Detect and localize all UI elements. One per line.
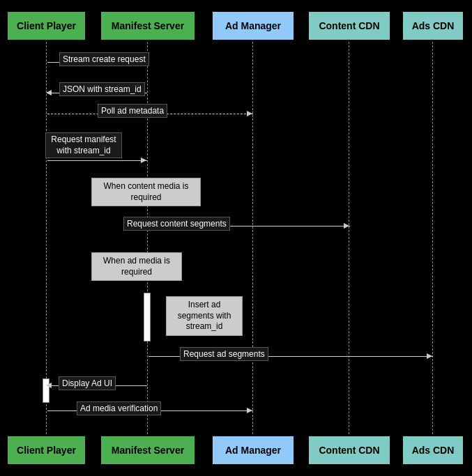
label-request-manifest: Request manifestwith stream_id [45,132,122,158]
activation-manifest [144,293,151,341]
label-json-stream-id: JSON with stream_id [59,82,145,96]
actor-ad-manager-bottom: Ad Manager [211,435,295,466]
lifeline-manifest-server [147,42,148,434]
actor-content-cdn-top: Content CDN [307,10,391,41]
arrow-request-content-head [344,223,349,229]
arrow-request-manifest [47,160,147,161]
actor-client-player-top: Client Player [6,10,86,41]
lifeline-ads-cdn [432,42,433,434]
label-request-content-segments: Request content segments [123,217,230,231]
lifeline-content-cdn [349,42,349,434]
actor-ads-cdn-bottom: Ads CDN [402,435,464,466]
actor-manifest-server-top: Manifest Server [100,10,196,41]
actor-ad-manager-top: Ad Manager [211,10,295,41]
label-ad-media-verification: Ad media verification [77,401,161,415]
arrow-request-manifest-head [141,158,146,163]
label-request-ad-segments: Request ad segments [180,347,268,361]
label-display-ad-ui: Display Ad UI [59,376,116,390]
actor-content-cdn-bottom: Content CDN [307,435,391,466]
arrow-poll-ad-metadata-head [247,111,252,116]
arrow-ad-media-verification-head [247,408,252,413]
note-when-ad: When ad media is required [91,252,182,281]
note-insert-ad-segments: Insert ad segments with stream_id [166,296,243,336]
lifeline-client-player [46,42,47,434]
arrow-json-stream-id-head [46,90,52,95]
lifeline-ad-manager [252,42,253,434]
actor-manifest-server-bottom: Manifest Server [100,435,196,466]
label-poll-ad-metadata: Poll ad metadata [98,104,167,118]
note-when-content: When content media is required [91,178,201,206]
arrow-display-ad-ui-head [46,383,52,388]
sequence-diagram: Client Player Manifest Server Ad Manager… [0,0,472,476]
actor-ads-cdn-top: Ads CDN [402,10,464,41]
actor-client-player-bottom: Client Player [6,435,86,466]
label-stream-create: Stream create request [59,52,149,66]
arrow-request-ad-segments-head [427,353,432,359]
